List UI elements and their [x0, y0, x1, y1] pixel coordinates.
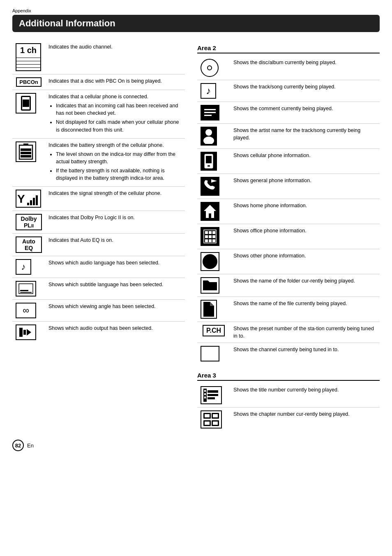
svg-rect-18 [204, 112, 216, 113]
icon-cell-angle: ∞ [12, 300, 45, 322]
table-row: Shows the title number currently being p… [197, 383, 380, 408]
table-row: Shows general phone information. [197, 174, 380, 199]
icon-cell-genphone [197, 174, 230, 199]
page-title: Additional Information [19, 18, 115, 29]
svg-point-20 [205, 129, 212, 136]
icon-autoeq: Auto EQ [16, 236, 42, 253]
area3-header: Area 3 [197, 372, 380, 381]
title-svg [203, 389, 219, 402]
svg-rect-31 [205, 235, 208, 238]
table-row: PBCOn Indicates that a disc with PBC On … [12, 74, 185, 90]
cellphone-icon [21, 96, 31, 111]
bullet-item: The level shown on the indica-tor may di… [56, 151, 182, 165]
left-table: 1 ch Indicates the audio channel. [12, 40, 185, 343]
svg-rect-34 [205, 239, 208, 242]
svg-rect-1 [23, 144, 28, 146]
area3-table: Shows the title number currently being p… [197, 383, 380, 431]
desc-file: Shows the name of the file currently bei… [230, 297, 380, 322]
icon-pch: P.CH [203, 325, 225, 336]
icon-cell-battery [12, 138, 45, 187]
desc-battery: Indicates the battery strength of the ce… [45, 138, 185, 187]
svg-rect-36 [212, 239, 215, 242]
svg-rect-43 [208, 390, 218, 393]
signal-svg: Y [17, 191, 39, 206]
comment-svg [203, 107, 217, 118]
content-area: 1 ch Indicates the audio channel. [12, 40, 380, 431]
svg-rect-30 [212, 231, 215, 234]
icon-cell-other [197, 249, 230, 274]
desc-channel: Shows the channel currently being tuned … [230, 343, 380, 365]
icon-cell-output [12, 322, 45, 343]
svg-rect-53 [213, 422, 218, 425]
table-row: Shows the comment currently being played… [197, 102, 380, 124]
icon-pbc: PBCOn [16, 77, 42, 87]
area2-header: Area 2 [197, 44, 380, 53]
icon-artist [201, 127, 217, 146]
svg-rect-4 [21, 148, 31, 151]
svg-rect-17 [204, 109, 216, 110]
icon-1ch: 1 ch [16, 43, 41, 71]
bullet-item: If the battery strength is not available… [56, 167, 182, 182]
desc-folder: Shows the name of the folder cur-rently … [230, 274, 380, 297]
desc-phone: Indicates that a cellular phone is conne… [45, 90, 185, 139]
desc-pbc: Indicates that a disc with PBC On is bei… [45, 74, 185, 90]
icon-output [16, 324, 36, 340]
svg-marker-25 [211, 179, 217, 183]
bullet-item: Not displayed for calls made when your c… [56, 118, 182, 133]
bullet-item: Indicates that an incoming call has been… [56, 102, 182, 117]
folder-svg [203, 280, 217, 291]
desc-disc: Shows the disc/album currently being pla… [230, 56, 380, 80]
icon-home [201, 202, 219, 221]
svg-point-21 [203, 137, 214, 144]
desc-pch: Shows the preset number of the sta-tion … [230, 322, 380, 343]
icon-cell-artist [197, 124, 230, 149]
svg-rect-11 [20, 290, 28, 291]
icon-cell-disc [197, 56, 230, 80]
table-row: Indicates that a cellular phone is conne… [12, 90, 185, 139]
table-row: Shows which subtitle language has been s… [12, 278, 185, 300]
desc-dolby: Indicates that Dolby Pro Logic II is on. [45, 211, 185, 234]
table-row: Shows cellular phone information. [197, 149, 380, 174]
icon-cell-phone [12, 90, 45, 139]
svg-rect-50 [205, 414, 210, 417]
icon-title [201, 386, 222, 404]
table-row: ♪ Shows which audio language has been se… [12, 256, 185, 278]
icon-cell-pch: P.CH [197, 322, 230, 343]
table-row: Shows the name of the file currently bei… [197, 297, 380, 322]
desc-angle: Shows which viewing angle has been selec… [45, 300, 185, 322]
output-svg [19, 327, 33, 338]
table-row: ♪ Shows the track/song currently being p… [197, 80, 380, 102]
svg-rect-29 [209, 231, 212, 234]
icon-genphone [201, 177, 219, 196]
icon-cell-title [197, 383, 230, 408]
icon-cell-subtitle [12, 278, 45, 300]
desc-output: Shows which audio output has been select… [45, 322, 185, 343]
appendix-label: Appendix [12, 8, 380, 13]
note-icon: ♪ [21, 262, 26, 272]
icon-signal: Y [16, 190, 41, 208]
svg-rect-8 [33, 198, 35, 205]
table-row: Shows the chapter number cur-rently bein… [197, 408, 380, 432]
page-footer: 82 En [12, 440, 380, 451]
icon-dolby: Dolby PLII [16, 214, 42, 230]
svg-rect-19 [204, 115, 212, 116]
icon-phone [16, 93, 36, 114]
page-number: 82 [12, 440, 24, 451]
table-row: Shows the channel currently being tuned … [197, 343, 380, 365]
svg-text:Y: Y [17, 192, 25, 205]
svg-rect-35 [209, 239, 212, 242]
table-row: Shows office phone information. [197, 224, 380, 249]
icon-cell-file [197, 297, 230, 322]
pch-p: P. [206, 327, 212, 334]
icon-cellphone [201, 152, 217, 171]
svg-rect-24 [208, 165, 210, 167]
svg-rect-45 [208, 397, 215, 399]
icon-file [201, 300, 217, 319]
icon-other [201, 252, 219, 271]
icon-cell-1ch: 1 ch [12, 40, 45, 74]
table-row: Shows other phone information. [197, 249, 380, 274]
other-circle [203, 254, 217, 269]
svg-rect-44 [208, 394, 218, 396]
icon-comment [201, 105, 219, 120]
desc-subtitle: Shows which subtitle language has been s… [45, 278, 185, 300]
